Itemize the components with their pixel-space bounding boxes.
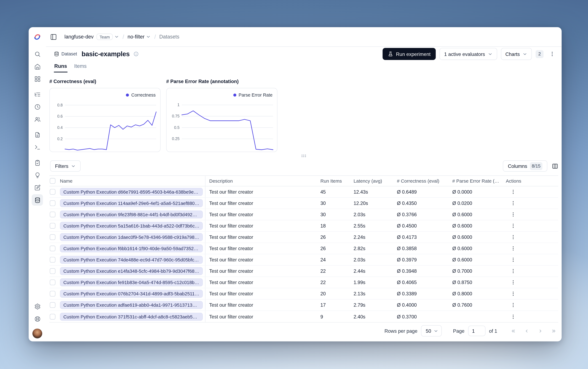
column-header-name[interactable]: Name (59, 176, 205, 186)
run-name-badge[interactable]: Custom Python Execution 114aa9ef-29e6-4e… (60, 199, 203, 207)
sidebar-item-users[interactable] (32, 113, 43, 125)
run-name-badge[interactable]: Custom Python Execution 9fe23f98-881e-44… (60, 211, 203, 218)
dataset-actions-menu[interactable] (547, 49, 557, 59)
row-actions-menu[interactable] (509, 256, 517, 264)
row-actions-menu[interactable] (509, 188, 517, 196)
info-icon[interactable] (133, 51, 139, 57)
breadcrumb-org[interactable]: langfuse-dev (64, 34, 94, 40)
breadcrumb-section[interactable]: Datasets (159, 34, 179, 40)
row-checkbox[interactable] (50, 189, 55, 195)
sidebar-item-playground[interactable] (32, 142, 43, 153)
breadcrumb-separator: / (123, 34, 124, 40)
row-checkbox[interactable] (50, 246, 55, 251)
row-actions-menu[interactable] (509, 289, 517, 298)
row-actions-menu[interactable] (509, 210, 517, 219)
sidebar-item-support[interactable] (32, 313, 43, 324)
column-header-correctness[interactable]: # Correctness (eval) (393, 178, 449, 184)
run-name-badge[interactable]: Custom Python Execution fe91b83e-04a5-47… (60, 278, 203, 286)
run-name-badge[interactable]: Custom Python Execution 076b2704-341d-48… (60, 290, 203, 297)
sidebar-item-settings[interactable] (32, 301, 43, 312)
run-name-badge[interactable]: Custom Python Execution 74de488e-ec9d-47… (60, 256, 203, 264)
row-checkbox[interactable] (50, 279, 55, 285)
select-all-checkbox[interactable] (50, 178, 55, 184)
row-checkbox[interactable] (50, 212, 55, 217)
table-row[interactable]: Custom Python Execution 5a15a616-1bab-44… (49, 220, 558, 232)
sidebar-item-home[interactable] (32, 61, 43, 72)
drag-handle-icon[interactable] (301, 154, 306, 157)
sidebar-item-sessions[interactable] (32, 101, 43, 113)
row-actions-menu[interactable] (509, 278, 517, 287)
table-row[interactable]: Custom Python Execution 74de488e-ec9d-47… (49, 254, 558, 266)
filters-button[interactable]: Filters (50, 160, 81, 172)
charts-dropdown[interactable]: Charts (501, 48, 532, 60)
row-checkbox[interactable] (50, 302, 55, 308)
table-row[interactable]: Custom Python Execution d66e7991-8595-45… (49, 186, 558, 198)
next-page-button[interactable] (536, 326, 545, 335)
sidebar-toggle-button[interactable] (50, 33, 57, 40)
row-actions-menu[interactable] (509, 312, 517, 321)
first-page-button[interactable] (509, 326, 518, 335)
run-name-badge[interactable]: Custom Python Execution 1daec0f9-5e78-43… (60, 233, 203, 241)
table-row[interactable]: Custom Python Execution fe91b83e-04a5-47… (49, 277, 558, 288)
sidebar-item-insights[interactable] (32, 169, 43, 181)
column-header-parse-error-rate[interactable]: # Parse Error Rate (an... (449, 178, 504, 184)
sidebar-item-evaluation[interactable] (32, 157, 43, 168)
run-name-badge[interactable]: Custom Python Execution adfae619-abb0-4d… (60, 301, 203, 309)
langfuse-logo[interactable] (34, 33, 41, 41)
row-checkbox[interactable] (50, 257, 55, 263)
run-name-badge[interactable]: Custom Python Execution 5a15a616-1bab-44… (60, 222, 203, 230)
run-name-badge[interactable]: Custom Python Execution f6bb1614-1f90-40… (60, 245, 203, 252)
row-height-button[interactable] (552, 163, 558, 169)
row-actions-menu[interactable] (509, 301, 517, 309)
tab-items[interactable]: Items (74, 63, 87, 72)
chevron-down-icon[interactable] (114, 34, 119, 39)
column-header-description[interactable]: Description (205, 178, 317, 184)
run-correctness: Ø 0.3389 (393, 291, 449, 297)
table-row[interactable]: Custom Python Execution 9fe23f98-881e-44… (49, 209, 558, 220)
sidebar-item-search[interactable] (32, 48, 43, 60)
row-checkbox[interactable] (50, 234, 55, 240)
rows-per-page-select[interactable]: 50 (421, 325, 442, 337)
kebab-menu-icon (510, 234, 516, 240)
run-experiment-button[interactable]: Run experiment (382, 48, 436, 60)
user-avatar[interactable] (32, 329, 42, 338)
table-row[interactable]: Custom Python Execution adfae619-abb0-4d… (49, 300, 558, 311)
sidebar-item-annotation[interactable] (32, 182, 43, 193)
column-header-run-items[interactable]: Run Items (317, 178, 350, 184)
sidebar-item-dashboard[interactable] (32, 73, 43, 84)
page-number-input[interactable] (468, 326, 486, 336)
sidebar-item-tracing[interactable] (32, 89, 43, 100)
breadcrumb-project[interactable]: no-filter (127, 34, 145, 40)
tab-runs[interactable]: Runs (54, 63, 68, 72)
dataset-header: Dataset basic-examples Run experiment 1 … (54, 48, 557, 61)
last-page-button[interactable] (549, 326, 558, 335)
chevron-down-icon[interactable] (146, 34, 151, 39)
row-actions-menu[interactable] (509, 267, 517, 275)
row-actions-menu[interactable] (509, 222, 517, 230)
row-actions-menu[interactable] (509, 244, 517, 253)
columns-button[interactable]: Columns 8/15 (503, 160, 547, 172)
list-tree-icon (34, 91, 40, 98)
row-checkbox[interactable] (50, 291, 55, 297)
table-row[interactable]: Custom Python Execution 1daec0f9-5e78-43… (49, 232, 558, 243)
row-actions-menu[interactable] (509, 199, 517, 207)
table-row[interactable]: Custom Python Execution f6bb1614-1f90-40… (49, 243, 558, 254)
table-row[interactable]: Custom Python Execution 371f531c-abff-4d… (49, 311, 558, 322)
run-name-badge[interactable]: Custom Python Execution e14fa348-5cfc-49… (60, 267, 203, 275)
table-row[interactable]: Custom Python Execution 114aa9ef-29e6-4e… (49, 198, 558, 209)
run-name-badge[interactable]: Custom Python Execution d66e7991-8595-45… (60, 188, 203, 196)
row-checkbox[interactable] (50, 268, 55, 274)
sidebar-item-prompts[interactable] (32, 129, 43, 140)
kebab-menu-icon (510, 291, 516, 297)
column-header-latency[interactable]: Latency (avg) (350, 178, 393, 184)
row-checkbox[interactable] (50, 200, 55, 206)
table-row[interactable]: Custom Python Execution e14fa348-5cfc-49… (49, 266, 558, 277)
previous-page-button[interactable] (522, 326, 531, 335)
evaluators-dropdown[interactable]: 1 active evaluators (440, 48, 497, 60)
row-actions-menu[interactable] (509, 233, 517, 241)
row-checkbox[interactable] (50, 314, 55, 319)
run-name-badge[interactable]: Custom Python Execution 371f531c-abff-4d… (60, 313, 203, 320)
sidebar-item-datasets[interactable] (32, 194, 43, 205)
row-checkbox[interactable] (50, 223, 55, 229)
table-row[interactable]: Custom Python Execution 076b2704-341d-48… (49, 288, 558, 300)
